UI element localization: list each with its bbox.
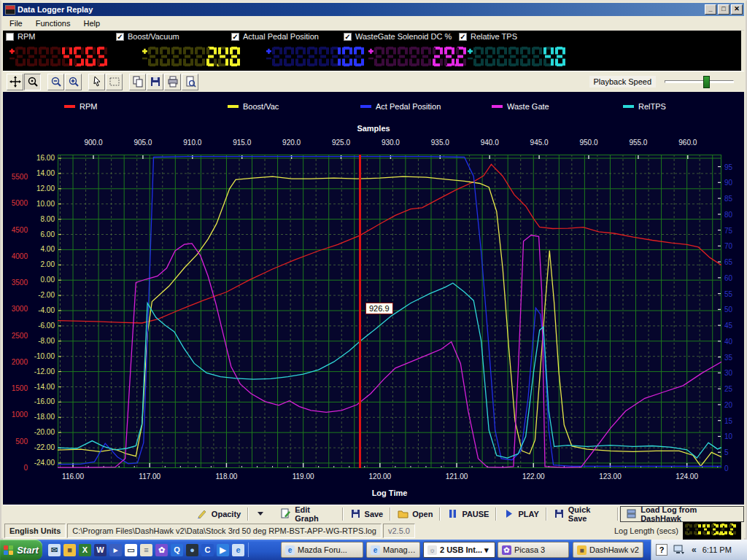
task-picasa-3[interactable]: ✿Picasa 3	[498, 542, 569, 558]
folder-icon[interactable]: ■	[63, 544, 76, 556]
graph-dropdown-button[interactable]	[250, 506, 275, 522]
legend-item-boost: Boost/Vac	[228, 102, 279, 111]
playback-slider-thumb[interactable]	[703, 76, 710, 88]
pct-tick-75: 75	[724, 227, 740, 235]
channel-toggle-boost[interactable]: ✓Boost/Vacuum	[116, 32, 179, 41]
log-length-lcd	[683, 522, 741, 540]
task-mazda-foru-[interactable]: eMazda Foru...	[281, 542, 363, 558]
channel-display-row	[3, 44, 741, 71]
channel-toggle-reltps[interactable]: ✓Relative TPS	[459, 32, 517, 41]
task-picasa-3-label: Picasa 3	[514, 545, 545, 554]
task-2-usb-int-[interactable]: ☼2 USB Int...▾	[423, 542, 495, 558]
open-button[interactable]: Open	[392, 506, 438, 522]
load-log-from-dashhawk-button[interactable]: Load Log from DashHawk	[620, 506, 744, 522]
toolbar-separator	[439, 508, 441, 521]
checkbox-boost[interactable]: ✓	[116, 33, 124, 41]
edit-graph-button[interactable]: Edit Graph	[275, 506, 340, 522]
quick-launch-bar: ✉■XW▸▭≡✿Q●C▶e	[47, 541, 251, 559]
boost-tick--10: -10.00	[30, 352, 55, 360]
play-icon	[503, 508, 514, 519]
title-bar[interactable]: Data Logger Replay _ □ ✕	[3, 3, 744, 16]
boost-tick--8: -8.00	[30, 337, 55, 345]
checkbox-reltps[interactable]: ✓	[459, 33, 467, 41]
seven-segment-wastegate	[366, 47, 469, 69]
internet-explorer-icon[interactable]: e	[232, 544, 244, 556]
minimize-button[interactable]: _	[705, 4, 716, 15]
media-classic-icon[interactable]: ▸	[109, 544, 122, 556]
pct-tick-5: 5	[724, 448, 740, 456]
pct-tick-90: 90	[724, 179, 740, 187]
playback-speed-slider[interactable]	[665, 80, 734, 83]
pause-button-label: PAUSE	[462, 510, 489, 518]
zoom-out-tool[interactable]	[47, 74, 64, 90]
zoom-in-tool[interactable]	[65, 74, 82, 90]
checkbox-wastegate[interactable]: ✓	[344, 33, 352, 41]
copy-button[interactable]	[129, 74, 146, 90]
start-button[interactable]: Start	[0, 540, 42, 560]
menu-file[interactable]: File	[3, 17, 29, 30]
open-button-label: Open	[412, 510, 433, 518]
samples-tick-925: 925.0	[325, 139, 357, 147]
task-manage-att-[interactable]: eManage Att...	[366, 542, 420, 558]
app-version: v2.5.0	[383, 524, 415, 538]
play-button-label: PLAY	[518, 510, 538, 518]
play-icon	[503, 508, 514, 519]
save-image-button[interactable]	[147, 74, 163, 90]
opacity-button-label: Opacity	[212, 510, 241, 518]
word-icon[interactable]: W	[94, 544, 107, 556]
pause-button[interactable]: PAUSE	[442, 506, 494, 522]
print-preview-button[interactable]	[182, 74, 198, 90]
play-button[interactable]: PLAY	[498, 506, 543, 522]
menu-help[interactable]: Help	[77, 17, 107, 30]
checkbox-rpm[interactable]	[6, 33, 14, 41]
device-tray-icon[interactable]	[673, 545, 684, 555]
channel-toggle-pedal[interactable]: ✓Actual Pedal Position	[231, 32, 319, 41]
help-tray-icon[interactable]: ?	[656, 544, 667, 556]
value-display-boost	[140, 47, 243, 69]
menu-functions[interactable]: Functions	[29, 17, 77, 30]
log-file-path: C:\Program Files\DashHawk v2\Data\Stock …	[67, 524, 382, 538]
copernic-icon[interactable]: C	[201, 544, 214, 556]
picasa-icon: ✿	[502, 545, 511, 555]
tray-collapse-chevron[interactable]: «	[692, 545, 697, 555]
msn-dark-icon[interactable]: ●	[186, 544, 198, 556]
toolbar-separator	[247, 508, 249, 521]
show-desktop-icon[interactable]: ▭	[125, 544, 137, 556]
quicktime-icon[interactable]: Q	[171, 544, 183, 556]
task-dashhawk-v2[interactable]: ■DashHawk v2	[573, 542, 643, 558]
save-button[interactable]: Save	[345, 506, 389, 522]
journal-icon[interactable]: ≡	[140, 544, 152, 556]
log-length-label: Log Length (secs)	[614, 526, 678, 535]
checkbox-label-wastegate: WasteGate Solenoid DC %	[355, 32, 452, 41]
maximize-button[interactable]: □	[718, 4, 729, 15]
checkbox-label-rpm: RPM	[18, 32, 35, 41]
zoom-window-tool[interactable]	[24, 74, 41, 90]
channel-toggle-wastegate[interactable]: ✓WasteGate Solenoid DC %	[344, 32, 452, 41]
log-length-seven-segment	[685, 524, 739, 538]
rpm-tick-4000: 4000	[4, 252, 28, 260]
channel-checkbox-row: RPM✓Boost/Vacuum✓Actual Pedal Position✓W…	[3, 31, 741, 44]
excel-icon[interactable]: X	[79, 544, 91, 556]
checkbox-pedal[interactable]: ✓	[231, 33, 239, 41]
outlook-express-icon[interactable]: ✉	[48, 544, 61, 556]
open-folder-icon	[398, 508, 409, 519]
boost-tick--24: -24.00	[30, 459, 55, 467]
select-region-tool[interactable]	[106, 74, 123, 90]
data-logger-window: Data Logger Replay _ □ ✕ FileFunctionsHe…	[0, 0, 747, 540]
boost-tick--18: -18.00	[30, 413, 55, 421]
pct-tick-95: 95	[724, 163, 740, 171]
opacity-button[interactable]: Opacity	[192, 506, 246, 522]
picasa-icon[interactable]: ✿	[155, 544, 168, 556]
pct-tick-10: 10	[724, 432, 740, 440]
quick-save-button[interactable]: Quick Save	[549, 506, 616, 522]
pan-tool[interactable]	[7, 74, 23, 90]
pointer-tool[interactable]	[88, 74, 105, 90]
channel-toggle-rpm[interactable]: RPM	[6, 32, 35, 41]
windows-taskbar: Start ✉■XW▸▭≡✿Q●C▶e eMazda Foru...eManag…	[0, 540, 747, 560]
media-player-icon[interactable]: ▶	[217, 544, 229, 556]
window-title: Data Logger Replay	[18, 5, 703, 14]
print-button[interactable]	[164, 74, 181, 90]
close-button[interactable]: ✕	[731, 4, 743, 15]
seven-segment-reltps	[465, 47, 568, 69]
pct-tick-65: 65	[724, 258, 740, 266]
